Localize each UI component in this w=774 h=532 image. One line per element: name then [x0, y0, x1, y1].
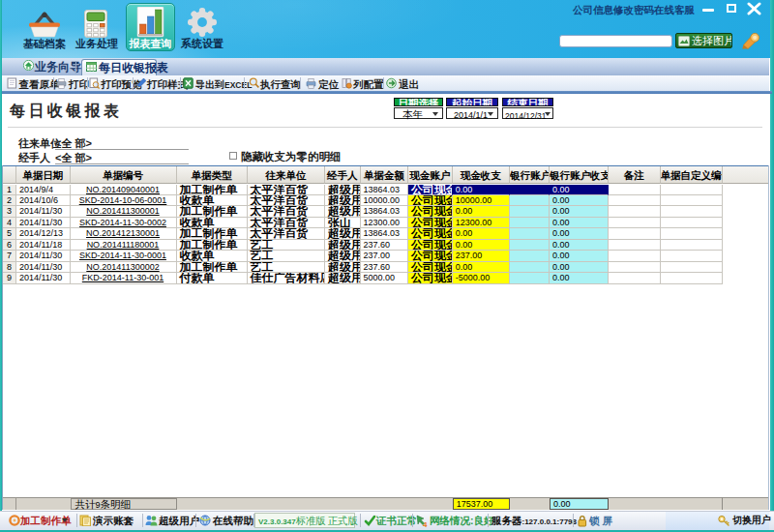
svg-text:4: 4	[423, 520, 428, 528]
